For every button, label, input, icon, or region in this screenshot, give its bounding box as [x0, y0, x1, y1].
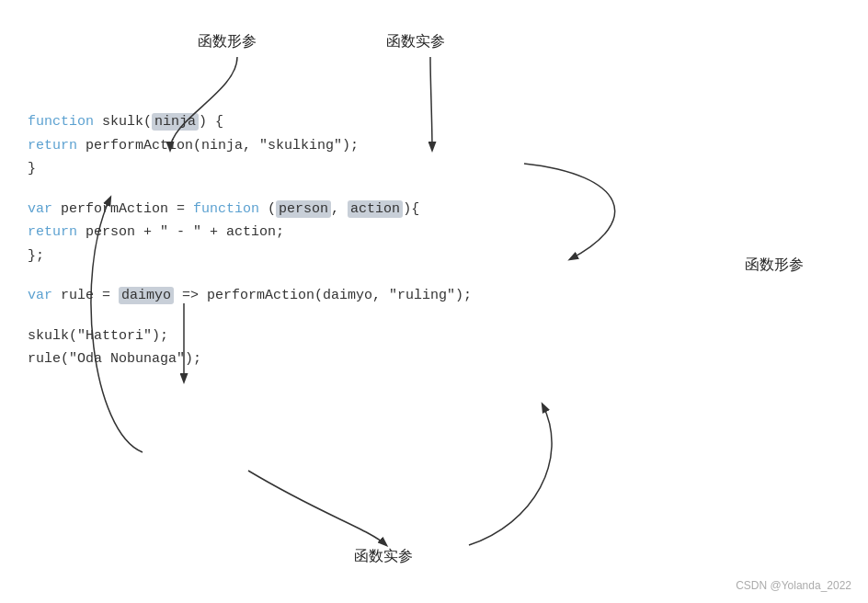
keyword-function-2: function [193, 201, 259, 217]
keyword-function-1: function [28, 114, 94, 130]
code-normal-1: skulk(ninja) { [94, 113, 223, 131]
code-normal-6: rule = daimyo => performAction(daimyo, "… [52, 287, 472, 304]
code-line-4-2: rule("Oda Nobunaga"); [28, 347, 472, 371]
keyword-var-1: var [28, 201, 52, 217]
code-block-3: var rule = daimyo => performAction(daimy… [28, 284, 472, 308]
code-line-1-2: return performAction(ninja, "skulking"); [28, 134, 472, 158]
code-normal-5: person + " - " + action; [77, 224, 284, 240]
code-brace-2: }; [28, 248, 44, 264]
code-line-2-3: }; [28, 245, 472, 268]
arrow-actual-label-to-ruling [469, 404, 552, 545]
label-actual-param-top: 函数实参 [386, 32, 445, 51]
highlight-daimyo: daimyo [119, 287, 174, 304]
code-block-2: var performAction = function (person, ac… [28, 198, 472, 268]
code-area: function skulk(ninja) { return performAc… [28, 110, 472, 388]
arrow-rule-call-to-actual-label [248, 471, 386, 545]
code-line-3-1: var rule = daimyo => performAction(daimy… [28, 284, 472, 308]
highlight-person: person [276, 200, 331, 218]
code-normal-4: (person, action){ [259, 200, 419, 218]
code-line-2-1: var performAction = function (person, ac… [28, 198, 472, 222]
code-line-1-3: } [28, 157, 472, 181]
code-normal-8: rule("Oda Nobunaga"); [28, 351, 201, 367]
highlight-action: action [348, 200, 403, 218]
watermark: CSDN @Yolanda_2022 [736, 579, 851, 592]
label-formal-param-right: 函数形参 [745, 256, 804, 275]
code-block-4: skulk("Hattori"); rule("Oda Nobunaga"); [28, 324, 472, 371]
label-actual-param-bottom: 函数实参 [354, 547, 413, 566]
label-formal-param-top: 函数形参 [198, 32, 257, 51]
code-line-4-1: skulk("Hattori"); [28, 324, 472, 348]
code-normal-7: skulk("Hattori"); [28, 328, 168, 344]
code-normal-3: performAction = [52, 201, 193, 217]
highlight-ninja: ninja [152, 113, 199, 131]
arrow-skulking-to-params [524, 164, 615, 259]
code-brace-1: } [28, 161, 36, 176]
keyword-return-1: return [28, 138, 77, 154]
keyword-return-2: return [28, 224, 77, 240]
keyword-var-2: var [28, 288, 52, 303]
code-normal-2: performAction(ninja, "skulking"); [77, 138, 359, 154]
main-container: 函数形参 函数实参 函数形参 函数实参 function skulk(ninja… [0, 0, 868, 603]
code-line-1-1: function skulk(ninja) { [28, 110, 472, 134]
code-block-1: function skulk(ninja) { return performAc… [28, 110, 472, 181]
code-line-2-2: return person + " - " + action; [28, 221, 472, 245]
